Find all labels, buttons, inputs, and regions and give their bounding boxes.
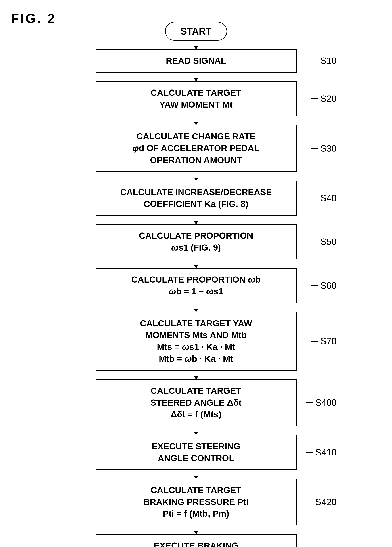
s420-box: CALCULATE TARGETBRAKING PRESSURE PtiPti … bbox=[96, 479, 297, 526]
s70-row: CALCULATE TARGET YAWMOMENTS Mts AND MtbM… bbox=[96, 312, 297, 370]
s10-label: S10 bbox=[311, 55, 337, 66]
s400-label: S400 bbox=[306, 397, 337, 408]
s400-box: CALCULATE TARGETSTEERED ANGLE ΔδtΔδt = f… bbox=[96, 379, 297, 426]
s20-box: CALCULATE TARGETYAW MOMENT Mt bbox=[96, 81, 297, 116]
s50-box: CALCULATE PROPORTIONωs1 (FIG. 9) bbox=[96, 224, 297, 259]
start-node: START bbox=[165, 22, 227, 41]
s410-row: EXECUTE STEERINGANGLE CONTROL S410 bbox=[96, 435, 297, 470]
s20-row: CALCULATE TARGETYAW MOMENT Mt S20 bbox=[96, 81, 297, 116]
s40-label: S40 bbox=[311, 193, 337, 204]
arrow-6 bbox=[196, 259, 196, 268]
s40-row: CALCULATE INCREASE/DECREASECOEFFICIENT K… bbox=[96, 181, 297, 216]
arrow-5 bbox=[196, 216, 196, 224]
s70-box: CALCULATE TARGET YAWMOMENTS Mts AND MtbM… bbox=[96, 312, 297, 370]
s10-row: READ SIGNAL S10 bbox=[96, 49, 297, 73]
s20-label: S20 bbox=[311, 94, 337, 104]
s30-box: CALCULATE CHANGE RATEφd OF ACCELERATOR P… bbox=[96, 125, 297, 172]
arrow-3 bbox=[196, 116, 196, 125]
s430-row: EXECUTE BRAKINGPRESSURE CONTROL S430 bbox=[96, 534, 297, 547]
s60-row: CALCULATE PROPORTION ωbωb = 1 − ωs1 S60 bbox=[96, 268, 297, 303]
s410-box: EXECUTE STEERINGANGLE CONTROL bbox=[96, 435, 297, 470]
s420-label: S420 bbox=[306, 497, 337, 507]
arrow-10 bbox=[196, 470, 196, 479]
s430-box: EXECUTE BRAKINGPRESSURE CONTROL bbox=[96, 534, 297, 547]
s400-row: CALCULATE TARGETSTEERED ANGLE ΔδtΔδt = f… bbox=[96, 379, 297, 426]
s70-label: S70 bbox=[311, 336, 337, 347]
arrow-7 bbox=[196, 303, 196, 312]
page: FIG. 2 START READ SIGNAL S10 CALCULATE T… bbox=[0, 0, 392, 547]
s60-box: CALCULATE PROPORTION ωbωb = 1 − ωs1 bbox=[96, 268, 297, 303]
arrow-8 bbox=[196, 370, 196, 379]
arrow-4 bbox=[196, 172, 196, 181]
s10-box: READ SIGNAL bbox=[96, 49, 297, 73]
s30-row: CALCULATE CHANGE RATEφd OF ACCELERATOR P… bbox=[96, 125, 297, 172]
s30-label: S30 bbox=[311, 143, 337, 154]
s50-label: S50 bbox=[311, 237, 337, 247]
arrow-11 bbox=[196, 526, 196, 534]
start-row: START bbox=[165, 22, 227, 41]
arrow-1 bbox=[196, 41, 196, 49]
s50-row: CALCULATE PROPORTIONωs1 (FIG. 9) S50 bbox=[96, 224, 297, 259]
s420-row: CALCULATE TARGETBRAKING PRESSURE PtiPti … bbox=[96, 479, 297, 526]
s40-box: CALCULATE INCREASE/DECREASECOEFFICIENT K… bbox=[96, 181, 297, 216]
s410-label: S410 bbox=[306, 447, 337, 458]
s60-label: S60 bbox=[311, 280, 337, 291]
flowchart: START READ SIGNAL S10 CALCULATE TARGETYA… bbox=[0, 11, 392, 547]
arrow-9 bbox=[196, 426, 196, 435]
arrow-2 bbox=[196, 73, 196, 81]
